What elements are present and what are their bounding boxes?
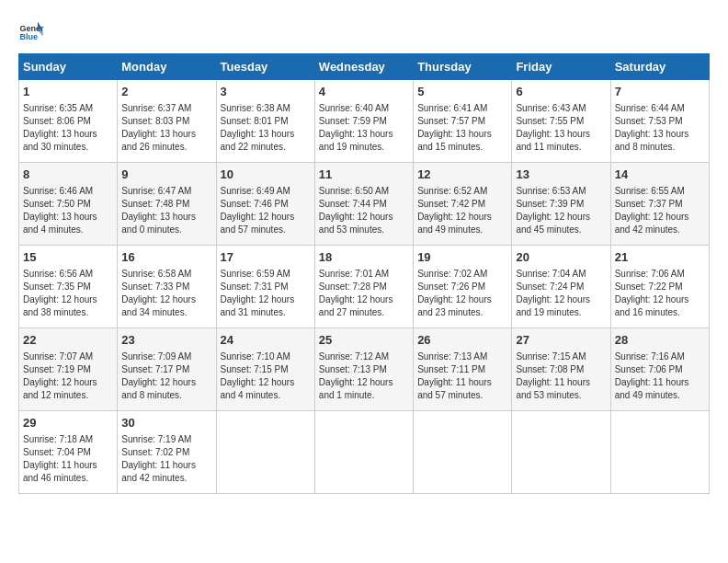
daylight: Daylight: 12 hours and 57 minutes. <box>221 212 295 235</box>
sunrise: Sunrise: 7:13 AM <box>417 351 487 362</box>
sunset: Sunset: 7:33 PM <box>121 282 189 292</box>
daylight: Daylight: 12 hours and 23 minutes. <box>417 294 492 317</box>
day-number: 5 <box>417 84 507 100</box>
day-number: 13 <box>516 167 606 183</box>
calendar-cell: 5Sunrise: 6:41 AMSunset: 7:57 PMDaylight… <box>414 80 512 163</box>
sunset: Sunset: 7:42 PM <box>417 199 485 209</box>
sunset: Sunset: 7:24 PM <box>516 282 584 292</box>
sunrise: Sunrise: 6:47 AM <box>121 186 191 196</box>
calendar-cell: 4Sunrise: 6:40 AMSunset: 7:59 PMDaylight… <box>314 80 413 163</box>
sunset: Sunset: 7:04 PM <box>23 447 91 457</box>
calendar-cell: 7Sunrise: 6:44 AMSunset: 7:53 PMDaylight… <box>610 80 709 163</box>
logo-icon: General Blue <box>18 18 44 44</box>
calendar-table: SundayMondayTuesdayWednesdayThursdayFrid… <box>18 53 710 494</box>
day-number: 9 <box>121 167 211 183</box>
calendar-cell <box>216 411 314 494</box>
sunrise: Sunrise: 7:07 AM <box>23 351 93 362</box>
day-number: 3 <box>221 84 311 100</box>
calendar-cell: 15Sunrise: 6:56 AMSunset: 7:35 PMDayligh… <box>19 246 118 328</box>
sunrise: Sunrise: 7:19 AM <box>121 434 191 444</box>
sunset: Sunset: 8:03 PM <box>121 116 189 126</box>
sunset: Sunset: 7:26 PM <box>417 282 485 292</box>
sunrise: Sunrise: 6:59 AM <box>221 269 290 279</box>
sunset: Sunset: 7:13 PM <box>319 364 387 374</box>
daylight: Daylight: 12 hours and 34 minutes. <box>121 294 196 317</box>
calendar-cell: 12Sunrise: 6:52 AMSunset: 7:42 PMDayligh… <box>414 163 512 246</box>
daylight: Daylight: 12 hours and 42 minutes. <box>615 212 689 235</box>
calendar-cell: 27Sunrise: 7:15 AMSunset: 7:08 PMDayligh… <box>512 328 610 411</box>
sunrise: Sunrise: 6:49 AM <box>221 186 290 196</box>
day-number: 25 <box>319 332 409 349</box>
day-number: 7 <box>615 84 705 100</box>
calendar-cell: 29Sunrise: 7:18 AMSunset: 7:04 PMDayligh… <box>19 411 118 494</box>
calendar-cell <box>414 411 512 494</box>
sunset: Sunset: 7:22 PM <box>615 282 683 292</box>
header-thursday: Thursday <box>414 54 512 80</box>
day-number: 19 <box>417 249 507 266</box>
day-number: 1 <box>23 84 113 100</box>
sunrise: Sunrise: 7:04 AM <box>516 269 586 279</box>
daylight: Daylight: 12 hours and 19 minutes. <box>516 294 590 317</box>
sunrise: Sunrise: 7:15 AM <box>516 351 586 362</box>
sunrise: Sunrise: 7:09 AM <box>121 351 191 362</box>
sunset: Sunset: 7:11 PM <box>417 364 485 374</box>
daylight: Daylight: 12 hours and 27 minutes. <box>319 294 393 317</box>
sunrise: Sunrise: 6:56 AM <box>23 269 93 279</box>
calendar-cell <box>610 411 709 494</box>
sunset: Sunset: 7:08 PM <box>516 364 584 374</box>
sunset: Sunset: 7:35 PM <box>23 282 91 292</box>
calendar-cell: 2Sunrise: 6:37 AMSunset: 8:03 PMDaylight… <box>118 80 216 163</box>
sunset: Sunset: 8:01 PM <box>221 116 289 126</box>
day-number: 6 <box>516 84 606 100</box>
sunset: Sunset: 7:39 PM <box>516 199 584 209</box>
daylight: Daylight: 13 hours and 11 minutes. <box>516 129 590 152</box>
sunrise: Sunrise: 6:52 AM <box>417 186 487 196</box>
day-number: 16 <box>121 249 211 266</box>
daylight: Daylight: 12 hours and 49 minutes. <box>417 212 492 235</box>
daylight: Daylight: 12 hours and 8 minutes. <box>121 377 196 400</box>
calendar-cell: 6Sunrise: 6:43 AMSunset: 7:55 PMDaylight… <box>512 80 610 163</box>
sunrise: Sunrise: 7:10 AM <box>221 351 290 362</box>
sunset: Sunset: 7:48 PM <box>121 199 189 209</box>
calendar-cell: 18Sunrise: 7:01 AMSunset: 7:28 PMDayligh… <box>314 246 413 328</box>
sunset: Sunset: 7:15 PM <box>221 364 289 374</box>
day-number: 18 <box>319 249 409 266</box>
calendar-week-1: 1Sunrise: 6:35 AMSunset: 8:06 PMDaylight… <box>19 80 710 163</box>
sunset: Sunset: 7:59 PM <box>319 116 387 126</box>
daylight: Daylight: 13 hours and 26 minutes. <box>121 129 196 152</box>
sunrise: Sunrise: 6:40 AM <box>319 103 389 113</box>
sunrise: Sunrise: 6:58 AM <box>121 269 191 279</box>
daylight: Daylight: 13 hours and 22 minutes. <box>221 129 295 152</box>
calendar-cell: 17Sunrise: 6:59 AMSunset: 7:31 PMDayligh… <box>216 246 314 328</box>
sunrise: Sunrise: 6:35 AM <box>23 103 93 113</box>
sunset: Sunset: 7:44 PM <box>319 199 387 209</box>
sunset: Sunset: 7:17 PM <box>121 364 189 374</box>
daylight: Daylight: 13 hours and 0 minutes. <box>121 212 196 235</box>
sunrise: Sunrise: 7:02 AM <box>417 269 487 279</box>
calendar-cell: 19Sunrise: 7:02 AMSunset: 7:26 PMDayligh… <box>414 246 512 328</box>
sunrise: Sunrise: 7:18 AM <box>23 434 93 444</box>
sunset: Sunset: 7:46 PM <box>221 199 289 209</box>
calendar-cell <box>314 411 413 494</box>
svg-marker-3 <box>38 30 43 37</box>
sunrise: Sunrise: 6:38 AM <box>221 103 290 113</box>
day-number: 12 <box>417 167 507 183</box>
calendar-cell: 9Sunrise: 6:47 AMSunset: 7:48 PMDaylight… <box>118 163 216 246</box>
calendar-week-5: 29Sunrise: 7:18 AMSunset: 7:04 PMDayligh… <box>19 411 710 494</box>
day-number: 4 <box>319 84 409 100</box>
day-number: 22 <box>23 332 113 349</box>
calendar-cell: 20Sunrise: 7:04 AMSunset: 7:24 PMDayligh… <box>512 246 610 328</box>
sunrise: Sunrise: 7:01 AM <box>319 269 389 279</box>
sunset: Sunset: 8:06 PM <box>23 116 91 126</box>
sunset: Sunset: 7:28 PM <box>319 282 387 292</box>
day-number: 27 <box>516 332 606 349</box>
calendar-cell: 10Sunrise: 6:49 AMSunset: 7:46 PMDayligh… <box>216 163 314 246</box>
calendar-cell: 13Sunrise: 6:53 AMSunset: 7:39 PMDayligh… <box>512 163 610 246</box>
day-number: 2 <box>121 84 211 100</box>
calendar-cell <box>512 411 610 494</box>
day-number: 30 <box>121 415 211 431</box>
calendar-cell: 11Sunrise: 6:50 AMSunset: 7:44 PMDayligh… <box>314 163 413 246</box>
day-number: 17 <box>221 249 311 266</box>
header-sunday: Sunday <box>19 54 118 80</box>
header-monday: Monday <box>118 54 216 80</box>
